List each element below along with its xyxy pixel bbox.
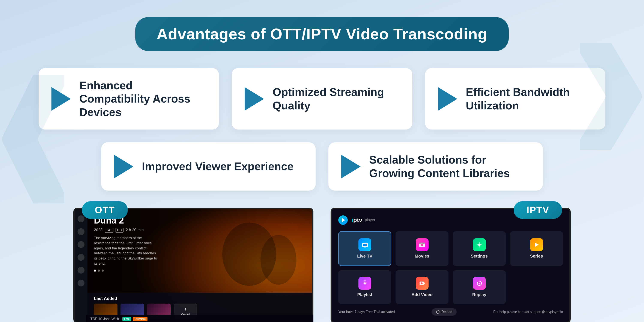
ott-screen-frame: Duna 2 2023 14+ HD 2 h 20 min The surviv… xyxy=(73,208,314,322)
iptv-icon-movies xyxy=(416,238,428,251)
deco-left-chevrons xyxy=(0,75,64,203)
iptv-icon-settings xyxy=(473,238,486,251)
play-icon-2 xyxy=(244,87,264,111)
svg-point-19 xyxy=(479,283,480,284)
ott-year: 2023 xyxy=(94,228,102,232)
feature-label-optimized-streaming: Optimized Streaming Quality xyxy=(272,85,399,112)
iptv-label-movies: Movies xyxy=(415,254,430,259)
title-section: Advantages of OTT/IPTV Video Transcoding xyxy=(0,0,644,68)
iptv-tile-live-tv[interactable]: Live TV xyxy=(338,231,391,266)
feature-label-enhanced-compatibility: Enhanced Compatibility Across Devices xyxy=(79,79,206,119)
ott-screen: Duna 2 2023 14+ HD 2 h 20 min The surviv… xyxy=(74,209,312,322)
svg-point-13 xyxy=(364,282,366,284)
page-title: Advantages of OTT/IPTV Video Transcoding xyxy=(135,17,509,51)
ott-plus-icon: + xyxy=(184,306,187,312)
top-feature-cards: Enhanced Compatibility Across Devices Op… xyxy=(0,68,644,142)
svg-marker-11 xyxy=(535,243,539,247)
feature-card-improved-viewer: Improved Viewer Experience xyxy=(101,142,316,190)
settings-icon-svg xyxy=(476,241,483,249)
iptv-icon-add-video xyxy=(416,277,428,290)
iptv-tile-series[interactable]: Series xyxy=(510,231,563,266)
series-icon-svg xyxy=(533,241,540,249)
feature-card-optimized-streaming: Optimized Streaming Quality xyxy=(232,68,412,130)
ott-description: The surviving members of the resistance … xyxy=(94,235,158,266)
ott-rating-badge: 14+ xyxy=(104,228,114,232)
iptv-label-live-tv: Live TV xyxy=(357,254,372,259)
iptv-logo-svg xyxy=(340,217,346,223)
play-icon-3 xyxy=(438,87,457,111)
ott-sidebar xyxy=(74,209,88,322)
iptv-screen-frame: iptv player xyxy=(330,208,571,322)
ott-main: Duna 2 2023 14+ HD 2 h 20 min The surviv… xyxy=(88,209,312,322)
iptv-reload-button[interactable]: Reload xyxy=(432,308,457,316)
feature-card-scalable-solutions: Scalable Solutions for Growing Content L… xyxy=(328,142,543,190)
iptv-tiles-grid: Live TV Movies xyxy=(338,231,563,304)
iptv-tile-add-video[interactable]: Add Video xyxy=(396,270,448,304)
ott-sidebar-icon-1 xyxy=(78,215,84,222)
svg-rect-5 xyxy=(364,247,366,248)
svg-rect-8 xyxy=(419,243,425,244)
ott-sidebar-icon-5 xyxy=(78,267,84,274)
ott-dot-3 xyxy=(102,270,104,272)
iptv-tile-movies[interactable]: Movies xyxy=(396,231,448,266)
replay-icon-svg xyxy=(476,279,483,287)
iptv-label-series: Series xyxy=(530,254,543,259)
svg-marker-3 xyxy=(342,218,345,222)
iptv-icon-series xyxy=(530,238,543,251)
iptv-footer: Your have 7 days Free Trial activated Re… xyxy=(338,308,563,316)
ott-duration: 2 h 20 min xyxy=(126,228,144,232)
movies-icon-svg xyxy=(418,241,426,249)
iptv-badge: IPTV xyxy=(514,201,562,219)
iptv-label-replay: Replay xyxy=(472,292,486,297)
ott-strip-badge-premiere: Premiere xyxy=(133,317,147,321)
ott-dot-1 xyxy=(94,270,96,272)
ott-sidebar-icon-6 xyxy=(78,280,84,287)
iptv-logo-subtext: player xyxy=(365,218,376,222)
deco-right-chevrons xyxy=(580,43,644,150)
ott-hero-content: Duna 2 2023 14+ HD 2 h 20 min The surviv… xyxy=(94,215,158,272)
ott-dot-2 xyxy=(98,270,100,272)
iptv-label-add-video: Add Video xyxy=(412,292,432,297)
iptv-logo-icon xyxy=(338,215,348,225)
iptv-icon-replay xyxy=(473,277,486,290)
ott-sidebar-icon-4 xyxy=(78,254,84,261)
play-icon-5 xyxy=(341,155,360,178)
iptv-tile-settings[interactable]: Settings xyxy=(453,231,506,266)
ott-screen-wrapper: OTT xyxy=(73,208,314,322)
ott-strip-badges: Free Premiere xyxy=(122,317,148,321)
feature-card-enhanced-compatibility: Enhanced Compatibility Across Devices xyxy=(38,68,219,130)
ott-meta: 2023 14+ HD 2 h 20 min xyxy=(94,228,158,232)
iptv-icon-playlist xyxy=(358,277,371,290)
svg-point-10 xyxy=(478,243,481,246)
ott-strip-label: TOP 10 John Wick xyxy=(90,317,119,321)
iptv-logo-text: iptv xyxy=(352,217,362,223)
ott-dots xyxy=(94,270,158,272)
iptv-footer-left-text: Your have 7 days Free Trial activated xyxy=(338,310,395,314)
playlist-icon-svg xyxy=(361,279,369,287)
page-wrapper: Advantages of OTT/IPTV Video Transcoding… xyxy=(0,0,644,322)
feature-card-efficient-bandwidth: Efficient Bandwidth Utilization xyxy=(425,68,606,130)
play-icon-4 xyxy=(114,155,133,178)
svg-rect-6 xyxy=(363,244,366,246)
iptv-screen-wrapper: IPTV iptv xyxy=(330,208,571,322)
bottom-feature-cards: Improved Viewer Experience Scalable Solu… xyxy=(0,142,644,208)
ott-badge: OTT xyxy=(82,201,128,219)
ott-sidebar-icon-2 xyxy=(78,228,84,235)
ott-sidebar-icon-3 xyxy=(78,241,84,248)
svg-point-9 xyxy=(421,244,423,246)
iptv-reload-label: Reload xyxy=(442,310,452,314)
iptv-screen: iptv player xyxy=(332,209,570,322)
ott-format-badge: HD xyxy=(116,228,124,232)
iptv-logo: iptv player xyxy=(338,215,376,225)
reload-icon xyxy=(436,310,440,314)
iptv-label-playlist: Playlist xyxy=(357,292,372,297)
ott-strip-badge-free: Free xyxy=(122,317,131,321)
iptv-footer-right-text: For help please contact support@iptvplay… xyxy=(493,310,563,314)
iptv-tile-replay[interactable]: Replay xyxy=(453,270,506,304)
add-video-icon-svg xyxy=(418,279,426,287)
live-tv-icon-svg xyxy=(361,241,369,249)
feature-label-improved-viewer: Improved Viewer Experience xyxy=(142,160,294,173)
iptv-tile-playlist[interactable]: Playlist xyxy=(338,270,391,304)
ott-bottom-strip: TOP 10 John Wick Free Premiere xyxy=(86,315,314,322)
feature-label-efficient-bandwidth: Efficient Bandwidth Utilization xyxy=(466,85,592,112)
